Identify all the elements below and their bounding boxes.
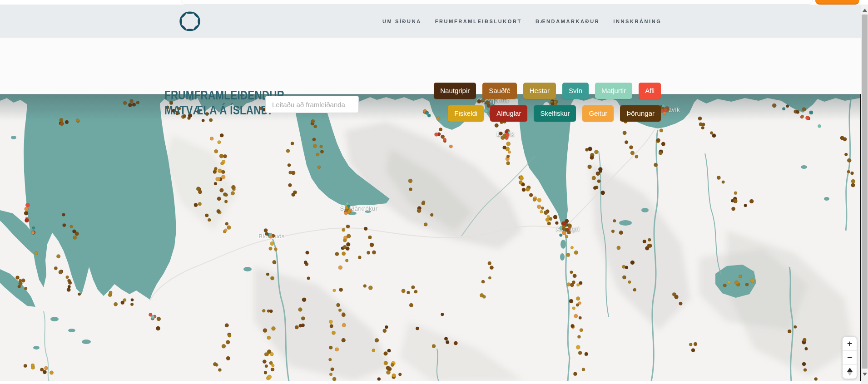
producer-marker[interactable] [132, 103, 136, 107]
producer-marker[interactable] [343, 239, 347, 242]
producer-marker[interactable] [805, 116, 809, 120]
producer-marker[interactable] [803, 338, 806, 342]
producer-marker[interactable] [306, 251, 309, 255]
producer-marker[interactable] [749, 199, 754, 203]
producer-marker[interactable] [392, 374, 396, 377]
producer-marker[interactable] [205, 214, 209, 217]
producer-marker[interactable] [339, 288, 342, 291]
producer-marker[interactable] [224, 229, 227, 231]
producer-marker[interactable] [625, 140, 628, 144]
producer-marker[interactable] [745, 283, 749, 286]
producer-marker[interactable] [505, 130, 508, 133]
producer-marker[interactable] [157, 317, 161, 321]
producer-marker[interactable] [358, 256, 361, 259]
producer-marker[interactable] [414, 290, 417, 293]
producer-marker[interactable] [659, 151, 662, 155]
producer-marker[interactable] [454, 341, 457, 345]
producer-marker[interactable] [346, 225, 350, 228]
producer-marker[interactable] [540, 210, 543, 213]
producer-marker[interactable] [576, 304, 579, 307]
producer-marker[interactable] [691, 349, 695, 352]
producer-marker[interactable] [577, 335, 580, 339]
producer-marker[interactable] [529, 193, 533, 197]
producer-marker[interactable] [594, 150, 598, 154]
category-button-sauðfé[interactable]: Sauðfé [482, 83, 517, 99]
producer-marker[interactable] [226, 340, 230, 344]
producer-marker[interactable] [213, 362, 217, 366]
producer-marker[interactable] [302, 298, 306, 302]
producer-marker[interactable] [263, 359, 266, 363]
producer-marker[interactable] [814, 378, 818, 381]
producer-marker[interactable] [660, 109, 664, 113]
producer-marker[interactable] [435, 133, 438, 136]
producer-marker[interactable] [25, 218, 29, 222]
producer-marker[interactable] [519, 181, 522, 184]
producer-marker[interactable] [272, 326, 276, 330]
producer-marker[interactable] [796, 110, 799, 114]
producer-marker[interactable] [291, 142, 294, 145]
producer-marker[interactable] [648, 244, 652, 248]
producer-marker[interactable] [809, 111, 813, 114]
producer-marker[interactable] [221, 175, 225, 179]
zoom-in-button[interactable]: + [843, 337, 857, 350]
producer-marker[interactable] [851, 172, 854, 175]
nav-item-1[interactable]: FRUMFRAMLEIÐSLUKORT [435, 19, 522, 24]
producer-marker[interactable] [268, 375, 272, 379]
producer-marker[interactable] [574, 314, 578, 318]
producer-marker[interactable] [844, 153, 848, 156]
producer-marker[interactable] [506, 133, 510, 137]
producer-marker[interactable] [331, 368, 334, 371]
producer-marker[interactable] [481, 280, 485, 283]
producer-marker[interactable] [794, 325, 797, 328]
producer-marker[interactable] [630, 151, 635, 155]
producer-marker[interactable] [782, 108, 785, 111]
producer-marker[interactable] [301, 324, 305, 327]
producer-marker[interactable] [220, 188, 224, 192]
producer-marker[interactable] [313, 144, 317, 148]
producer-marker[interactable] [555, 222, 558, 225]
producer-marker[interactable] [537, 205, 541, 209]
producer-marker[interactable] [622, 276, 626, 279]
producer-marker[interactable] [214, 167, 217, 170]
producer-marker[interactable] [320, 150, 323, 153]
producer-marker[interactable] [772, 103, 776, 108]
producer-marker[interactable] [345, 209, 348, 212]
producer-marker[interactable] [329, 346, 333, 350]
producer-marker[interactable] [526, 187, 530, 191]
producer-marker[interactable] [506, 155, 510, 158]
producer-marker[interactable] [643, 240, 646, 243]
producer-marker[interactable] [568, 224, 572, 228]
producer-marker[interactable] [213, 170, 217, 174]
producer-marker[interactable] [573, 372, 577, 376]
producer-marker[interactable] [329, 373, 332, 376]
producer-marker[interactable] [304, 261, 307, 264]
producer-marker[interactable] [63, 223, 66, 226]
producer-marker[interactable] [660, 129, 663, 133]
producer-marker[interactable] [590, 156, 594, 160]
producer-marker[interactable] [286, 149, 290, 153]
compass-reset-button[interactable] [843, 364, 857, 379]
producer-marker[interactable] [231, 185, 235, 189]
producer-marker[interactable] [701, 126, 704, 129]
producer-marker[interactable] [633, 288, 636, 291]
producer-marker[interactable] [346, 202, 349, 205]
producer-marker[interactable] [588, 165, 592, 169]
producer-marker[interactable] [136, 101, 139, 104]
nav-item-0[interactable]: UM SÍÐUNA [382, 19, 422, 24]
producer-marker[interactable] [588, 147, 592, 151]
producer-marker[interactable] [576, 345, 580, 349]
producer-marker[interactable] [114, 302, 117, 306]
producer-marker[interactable] [488, 261, 491, 265]
producer-marker[interactable] [533, 198, 536, 201]
producer-marker[interactable] [656, 138, 660, 143]
producer-marker[interactable] [702, 123, 705, 126]
zoom-out-button[interactable]: − [843, 350, 857, 364]
producer-marker[interactable] [416, 327, 419, 330]
producer-marker[interactable] [409, 188, 412, 191]
producer-marker[interactable] [363, 285, 367, 288]
producer-marker[interactable] [377, 377, 381, 380]
producer-marker[interactable] [202, 119, 204, 122]
producer-marker[interactable] [130, 303, 134, 306]
producer-marker[interactable] [672, 292, 676, 296]
producer-marker[interactable] [271, 368, 274, 371]
